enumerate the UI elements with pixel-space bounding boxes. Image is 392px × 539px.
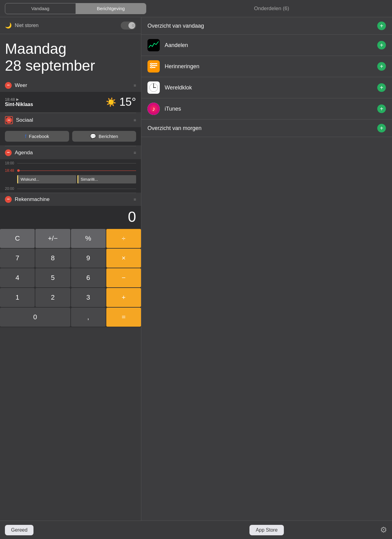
dnd-toggle[interactable]: O — [121, 22, 136, 30]
calc-btn-4[interactable]: 4 — [0, 268, 35, 287]
social-title: Sociaal — [16, 117, 134, 123]
right-item-itunes[interactable]: ♪ iTunes + — [141, 98, 392, 120]
agenda-drag-handle[interactable]: ≡ — [134, 150, 136, 155]
current-time-dot — [17, 169, 20, 172]
agenda-header: − Agenda ≡ — [0, 146, 141, 159]
weather-row: 18:48 ▶ Sint-Niklaas ☀️ 15° — [5, 96, 136, 108]
dnd-label: Niet storen — [15, 23, 121, 28]
toggle-o-label: O — [132, 24, 134, 27]
agenda-remove-btn[interactable]: − — [5, 149, 12, 156]
calc-btn-2[interactable]: 2 — [35, 288, 70, 307]
add-btn-itunes[interactable]: + — [377, 104, 386, 113]
bottom-left: Gereed — [5, 525, 146, 535]
agenda-body: 18:00 18:48 Wiskund... Simarilli... 20:0… — [0, 159, 141, 193]
facebook-btn[interactable]: f Facebook — [5, 131, 69, 142]
agenda-title: Agenda — [15, 150, 134, 156]
right-item-wereldklok[interactable]: Wereldklok + — [141, 77, 392, 98]
calc-btn-6[interactable]: 6 — [71, 268, 106, 287]
berichten-label: Berichten — [99, 134, 118, 139]
weather-right: ☀️ 15° — [106, 96, 136, 108]
dnd-row: 🌙 Niet storen O — [0, 17, 141, 34]
current-time-label: 18:48 — [5, 168, 17, 173]
date-line2: 28 september — [5, 57, 136, 74]
time-line-20 — [17, 189, 136, 189]
app-store-button[interactable]: App Store — [249, 525, 284, 535]
left-panel: 🌙 Niet storen O Maandag 28 september − W… — [0, 17, 141, 521]
social-remove-btn-wrapper[interactable]: − — [5, 116, 13, 124]
right-item-label-aandelen: Aandelen — [165, 42, 377, 49]
event-2[interactable]: Simarilli... — [77, 175, 136, 183]
bottom-right: App Store — [146, 525, 387, 535]
right-item-aandelen[interactable]: Aandelen + — [141, 35, 392, 56]
social-buttons: f Facebook 💬 Berichten — [5, 131, 136, 142]
right-panel: Overzicht van vandaag + Aandelen + — [141, 17, 392, 521]
calc-btn-3[interactable]: 3 — [71, 288, 106, 307]
right-item-overzicht-vandaag[interactable]: Overzicht van vandaag + — [141, 17, 392, 35]
social-remove-btn[interactable]: − — [6, 117, 12, 123]
calc-btn-equals[interactable]: = — [106, 308, 141, 327]
calc-btn-7[interactable]: 7 — [0, 249, 35, 268]
weather-remove-btn[interactable]: − — [5, 82, 12, 89]
tab-switcher: Vandaag Berichtgeving — [5, 3, 146, 14]
calc-btn-c[interactable]: C — [0, 229, 35, 248]
gereed-button[interactable]: Gereed — [5, 525, 33, 535]
current-time-line — [20, 171, 136, 171]
add-btn-aandelen[interactable]: + — [377, 41, 386, 49]
calc-btn-comma[interactable]: , — [71, 308, 106, 327]
calc-btn-plus[interactable]: + — [106, 288, 141, 307]
messages-icon: 💬 — [90, 133, 96, 139]
calc-header: − Rekenmachine ≡ — [0, 193, 141, 206]
weather-city: Sint-Niklaas — [5, 102, 33, 107]
right-item-label-overzicht-vandaag: Overzicht van vandaag — [147, 23, 377, 29]
add-btn-wereldklok[interactable]: + — [377, 83, 386, 92]
social-body: f Facebook 💬 Berichten — [0, 127, 141, 145]
calc-btn-1[interactable]: 1 — [0, 288, 35, 307]
right-item-label-herinneringen: Herinneringen — [165, 63, 377, 70]
svg-point-4 — [151, 63, 152, 65]
event-1[interactable]: Wiskund... — [17, 175, 76, 183]
social-header: − Sociaal ≡ — [0, 113, 141, 127]
calc-btn-0[interactable]: 0 — [0, 308, 70, 327]
gear-icon: ⚙ — [380, 525, 387, 534]
social-drag-handle[interactable]: ≡ — [134, 118, 136, 123]
calc-drag-handle[interactable]: ≡ — [134, 197, 136, 202]
svg-point-6 — [151, 67, 152, 68]
right-item-label-itunes: iTunes — [165, 106, 377, 112]
facebook-icon: f — [25, 134, 26, 139]
calc-grid: C +/− % ÷ 7 8 9 × 4 5 6 − 1 2 3 + 0 — [0, 229, 141, 327]
weather-body: 18:48 ▶ Sint-Niklaas ☀️ 15° — [0, 92, 141, 112]
agenda-widget: − Agenda ≡ 18:00 18:48 Wis — [0, 146, 141, 193]
calc-btn-plusminus[interactable]: +/− — [35, 229, 70, 248]
berichten-btn[interactable]: 💬 Berichten — [72, 131, 136, 142]
calc-btn-9[interactable]: 9 — [71, 249, 106, 268]
weather-time: 18:48 ▶ — [5, 97, 33, 102]
weather-sun-icon: ☀️ — [106, 97, 116, 107]
calc-btn-5[interactable]: 5 — [35, 268, 70, 287]
time-row-20: 20:00 — [0, 185, 141, 193]
svg-point-5 — [151, 65, 152, 66]
weather-left: 18:48 ▶ Sint-Niklaas — [5, 97, 33, 107]
svg-rect-0 — [147, 39, 160, 51]
svg-text:♪: ♪ — [152, 105, 155, 112]
settings-button[interactable]: ⚙ — [380, 525, 387, 535]
facebook-label: Facebook — [29, 134, 49, 139]
right-item-overzicht-morgen[interactable]: Overzicht van morgen + — [141, 120, 392, 137]
add-btn-overzicht-morgen[interactable]: + — [377, 124, 386, 132]
calc-remove-btn[interactable]: − — [5, 196, 12, 203]
add-btn-herinneringen[interactable]: + — [377, 62, 386, 71]
calc-btn-divide[interactable]: ÷ — [106, 229, 141, 248]
tab-vandaag[interactable]: Vandaag — [5, 3, 76, 14]
right-panel-header: Onderdelen (6) — [151, 6, 392, 12]
add-btn-overzicht-vandaag[interactable]: + — [377, 22, 386, 30]
calc-btn-minus[interactable]: − — [106, 268, 141, 287]
time-label-20: 20:00 — [5, 187, 17, 191]
weather-widget: − Weer ≡ 18:48 ▶ Sint-Niklaas ☀️ — [0, 79, 141, 112]
calc-btn-percent[interactable]: % — [71, 229, 106, 248]
right-item-herinneringen[interactable]: Herinneringen + — [141, 56, 392, 77]
weather-drag-handle[interactable]: ≡ — [134, 83, 136, 88]
bottom-bar: Gereed App Store ⚙ — [0, 521, 392, 539]
calc-display: 0 — [0, 206, 141, 229]
tab-berichtgeving[interactable]: Berichtgeving — [76, 3, 146, 14]
calc-btn-8[interactable]: 8 — [35, 249, 70, 268]
calc-btn-multiply[interactable]: × — [106, 249, 141, 268]
